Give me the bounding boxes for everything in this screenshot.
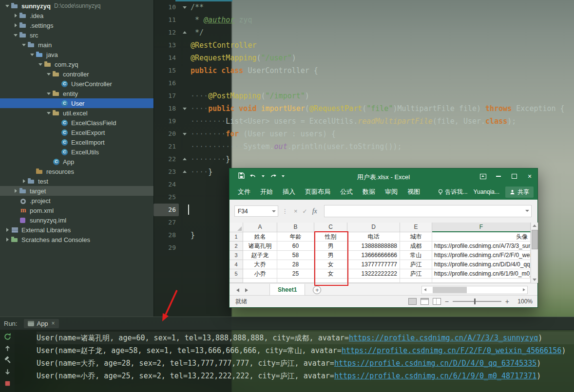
fold-marker-icon[interactable] xyxy=(179,26,191,39)
tree-item-app[interactable]: App xyxy=(0,157,153,167)
cell-A5[interactable]: 小乔 xyxy=(243,269,277,279)
row-header-5[interactable]: 5 xyxy=(230,269,243,279)
worksheet-grid[interactable]: ABCDEF1姓名年龄性别电话城市头像2诸葛孔明60男13888888888成都… xyxy=(230,223,531,283)
fold-marker-icon[interactable] xyxy=(179,102,191,115)
share-button[interactable]: 共享 xyxy=(505,187,534,198)
row-header-4[interactable]: 4 xyxy=(230,260,243,269)
column-header-E[interactable]: E xyxy=(400,223,432,232)
horizontal-scrollbar[interactable] xyxy=(421,286,528,294)
cell-F4[interactable]: https://profile.csdnimg.cn/D/D/4/0_qq_63… xyxy=(432,260,531,269)
editor-line-18[interactable]: 18····public void importUser(@RequestPar… xyxy=(153,102,574,115)
tell-me-box[interactable]: 告诉我... xyxy=(438,188,468,196)
chevron-collapsed-icon[interactable] xyxy=(20,176,27,186)
ribbon-tab-5[interactable]: 数据 xyxy=(358,184,380,200)
ribbon-tab-6[interactable]: 审阅 xyxy=(381,184,402,200)
tree-item-scratches-and-consoles[interactable]: Scratches and Consoles xyxy=(0,235,153,244)
zoom-out-button[interactable]: − xyxy=(445,298,449,305)
chevron-down-icon[interactable] xyxy=(272,210,276,212)
editor-line-12[interactable]: 12 */ xyxy=(153,26,574,39)
chevron-collapsed-icon[interactable] xyxy=(12,186,19,196)
editor-line-22[interactable]: 22········} xyxy=(153,153,574,166)
name-box[interactable]: F34 xyxy=(234,205,278,217)
ribbon-display-options-button[interactable] xyxy=(475,168,491,184)
ribbon-tab-1[interactable]: 开始 xyxy=(256,184,277,200)
cell-B2[interactable]: 60 xyxy=(277,242,314,251)
column-header-D[interactable]: D xyxy=(347,223,400,232)
console-hyperlink[interactable]: https://profile.csdnimg.cn/F/2/F/0_weixi… xyxy=(342,346,562,355)
enter-icon[interactable]: ✓ xyxy=(303,208,307,215)
editor-line-10[interactable]: 10/** xyxy=(153,1,574,14)
chevron-collapsed-icon[interactable] xyxy=(12,11,19,20)
row-header-1[interactable]: 1 xyxy=(230,232,243,242)
vertical-scrollbar-thumb[interactable] xyxy=(532,230,538,249)
cell-A4[interactable]: 大乔 xyxy=(243,260,277,269)
cell-B5[interactable]: 25 xyxy=(277,269,314,279)
cell-F3[interactable]: https://profile.csdnimg.cn/F/2/F/0_weixi… xyxy=(432,251,531,260)
up-button[interactable] xyxy=(3,344,12,353)
tree-item-target[interactable]: target xyxy=(0,186,153,196)
chevron-expanded-icon[interactable] xyxy=(45,69,52,79)
expand-formula-bar-icon[interactable] xyxy=(525,210,529,212)
chevron-collapsed-icon[interactable] xyxy=(12,20,19,30)
editor-line-14[interactable]: 14@RequestMapping("/user") xyxy=(153,52,574,64)
cell-E3[interactable]: 常山 xyxy=(400,251,432,260)
maximize-button[interactable] xyxy=(506,168,522,184)
cell-B4[interactable]: 28 xyxy=(277,260,314,269)
page-break-view-button[interactable] xyxy=(433,298,441,305)
editor-line-21[interactable]: 21············System.out.println(user.to… xyxy=(153,140,574,153)
cell-E2[interactable]: 成都 xyxy=(400,242,432,251)
editor-line-19[interactable]: 19········List<User> users = ExcelUtils.… xyxy=(153,115,574,128)
cell-D1[interactable]: 电话 xyxy=(347,232,400,242)
sheet-nav-right-icon[interactable] xyxy=(245,288,248,292)
cell-F2[interactable]: https://profile.csdnimg.cn/A/7/3/3_sunny… xyxy=(432,242,531,251)
tree-item--idea[interactable]: .idea xyxy=(0,11,153,20)
cell-F1[interactable]: 头像 xyxy=(432,232,531,242)
column-header-B[interactable]: B xyxy=(277,223,314,232)
cell-B3[interactable]: 58 xyxy=(277,251,314,260)
cell-E4[interactable]: 庐江 xyxy=(400,260,432,269)
tree-item-user[interactable]: User xyxy=(0,98,153,108)
cancel-icon[interactable]: × xyxy=(294,207,298,215)
tree-item-excelimport[interactable]: ExcelImport xyxy=(0,137,153,147)
tree-item-entity[interactable]: entity xyxy=(0,89,153,98)
account-name[interactable]: Yuanqia... xyxy=(474,188,499,195)
rerun-button[interactable] xyxy=(3,333,12,341)
tree-item-java[interactable]: java xyxy=(0,50,153,59)
tree-item--settings[interactable]: .settings xyxy=(0,20,153,30)
excel-window[interactable]: 用户表.xlsx - Excel × 文件开始插入页面布局公式数据审阅视图 告诉… xyxy=(229,168,538,308)
row-header-2[interactable]: 2 xyxy=(230,242,243,251)
zoom-slider[interactable] xyxy=(453,301,501,302)
tree-item-usercontroller[interactable]: UserController xyxy=(0,79,153,89)
chevron-collapsed-icon[interactable] xyxy=(4,235,11,244)
tree-item-test[interactable]: test xyxy=(0,176,153,186)
cell-A1[interactable]: 姓名 xyxy=(243,232,277,242)
scroll-down-icon[interactable] xyxy=(533,279,536,281)
column-header-A[interactable]: A xyxy=(243,223,277,232)
tree-item-excelutils[interactable]: ExcelUtils xyxy=(0,147,153,157)
tree-item-excelexport[interactable]: ExcelExport xyxy=(0,128,153,137)
tree-item-sunnyzyq[interactable]: sunnyzyqD:\code\sunnyzyq xyxy=(0,1,153,11)
insert-function-button[interactable]: fx xyxy=(312,207,317,215)
new-sheet-button[interactable]: + xyxy=(313,286,321,294)
tree-item-util-excel[interactable]: util.excel xyxy=(0,108,153,118)
sheet-nav-left-icon[interactable] xyxy=(236,288,239,292)
tree-item-pom-xml[interactable]: pom.xml xyxy=(0,205,153,215)
tree-item-controller[interactable]: controller xyxy=(0,69,153,79)
close-icon[interactable]: × xyxy=(52,320,55,327)
tree-item-external-libraries[interactable]: External Libraries xyxy=(0,225,153,235)
fold-marker-icon[interactable] xyxy=(179,128,191,140)
fold-marker-icon[interactable] xyxy=(179,1,191,14)
scroll-up-icon[interactable] xyxy=(533,224,536,227)
cell-B1[interactable]: 年龄 xyxy=(277,232,314,242)
ribbon-tab-4[interactable]: 公式 xyxy=(336,184,357,200)
editor-line-16[interactable]: 16 xyxy=(153,77,574,90)
wrench-button[interactable] xyxy=(3,356,12,364)
fold-marker-icon[interactable] xyxy=(179,166,191,178)
sheet-tab-sheet1[interactable]: Sheet1 xyxy=(269,284,305,297)
editor-line-20[interactable]: 20········for (User user : users) { xyxy=(153,128,574,140)
tree-item--project[interactable]: .project xyxy=(0,196,153,205)
zoom-in-button[interactable]: + xyxy=(505,298,509,305)
zoom-slider-thumb[interactable] xyxy=(474,299,476,304)
scroll-right-icon[interactable] xyxy=(523,288,525,291)
excel-title-bar[interactable]: 用户表.xlsx - Excel × xyxy=(230,168,537,184)
